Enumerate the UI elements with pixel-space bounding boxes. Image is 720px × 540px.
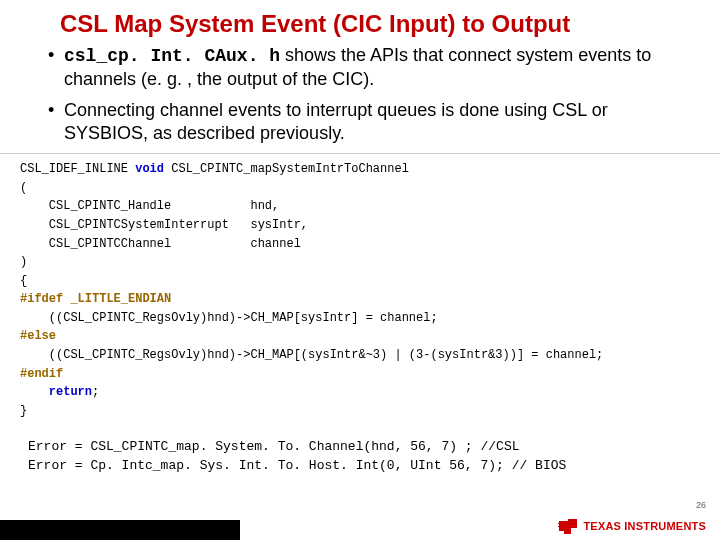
svg-rect-1 bbox=[558, 526, 559, 527]
code-line: ( bbox=[20, 181, 27, 195]
ti-logo: TEXAS INSTRUMENTS bbox=[557, 518, 706, 534]
code-preproc: #ifdef _LITTLE_ENDIAN bbox=[20, 292, 171, 306]
code-line bbox=[20, 385, 49, 399]
code-line: } bbox=[20, 404, 27, 418]
bullet-item: • Connecting channel events to interrupt… bbox=[48, 99, 680, 145]
divider-line bbox=[0, 153, 720, 154]
code-filename: csl_cp. Int. CAux. h bbox=[64, 46, 280, 66]
svg-rect-0 bbox=[558, 523, 559, 524]
code-line: { bbox=[20, 274, 27, 288]
call-line: Error = Cp. Intc_map. Sys. Int. To. Host… bbox=[28, 458, 566, 473]
code-line: ; bbox=[92, 385, 99, 399]
code-preproc: #else bbox=[20, 329, 56, 343]
footer: TEXAS INSTRUMENTS bbox=[0, 498, 720, 540]
code-keyword: void bbox=[135, 162, 164, 176]
code-keyword: return bbox=[49, 385, 92, 399]
bullet-text: Connecting channel events to interrupt q… bbox=[64, 99, 680, 145]
code-preproc: #endif bbox=[20, 367, 63, 381]
code-line: ) bbox=[20, 255, 27, 269]
slide-title: CSL Map System Event (CIC Input) to Outp… bbox=[60, 10, 720, 38]
code-line: ((CSL_CPINTC_RegsOvly)hnd)->CH_MAP[(sysI… bbox=[20, 348, 603, 362]
bullet-text: csl_cp. Int. CAux. h shows the APIs that… bbox=[64, 44, 680, 91]
code-line: CSL_CPINTC_mapSystemIntrToChannel bbox=[164, 162, 409, 176]
code-line: CSL_CPINTCSystemInterrupt sysIntr, bbox=[20, 218, 308, 232]
code-line: CSL_CPINTC_Handle hnd, bbox=[20, 199, 279, 213]
code-line: CSL_CPINTCChannel channel bbox=[20, 237, 301, 251]
bullet-dot: • bbox=[48, 44, 64, 91]
ti-chip-icon bbox=[557, 518, 579, 534]
bullet-list: • csl_cp. Int. CAux. h shows the APIs th… bbox=[48, 44, 680, 145]
call-line: Error = CSL_CPINTC_map. System. To. Chan… bbox=[28, 439, 519, 454]
ti-logo-text: TEXAS INSTRUMENTS bbox=[583, 520, 706, 532]
call-examples: Error = CSL_CPINTC_map. System. To. Chan… bbox=[28, 438, 720, 476]
code-block: CSL_IDEF_INLINE void CSL_CPINTC_mapSyste… bbox=[20, 160, 720, 420]
footer-bar bbox=[0, 520, 240, 540]
code-line: CSL_IDEF_INLINE bbox=[20, 162, 135, 176]
code-line: ((CSL_CPINTC_RegsOvly)hnd)->CH_MAP[sysIn… bbox=[20, 311, 438, 325]
bullet-dot: • bbox=[48, 99, 64, 145]
bullet-item: • csl_cp. Int. CAux. h shows the APIs th… bbox=[48, 44, 680, 91]
